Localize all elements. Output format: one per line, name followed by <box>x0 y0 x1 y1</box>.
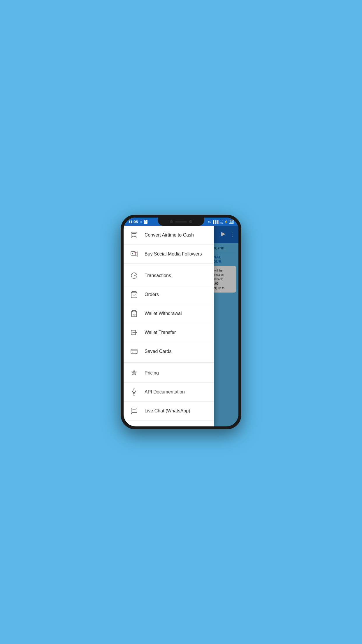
transfer-icon <box>129 328 139 337</box>
notch-camera-2 <box>189 220 192 223</box>
api-icon <box>129 387 139 397</box>
svg-rect-3 <box>133 235 135 235</box>
menu-item-live-chat[interactable]: Live Chat (WhatsApp) <box>124 402 214 421</box>
phone-notch <box>158 218 204 226</box>
withdrawal-icon <box>129 309 139 318</box>
battery-level: 78 <box>229 220 234 224</box>
menu-label-pricing: Pricing <box>145 370 159 376</box>
svg-point-10 <box>134 253 135 253</box>
status-time: 11:05 <box>128 220 138 224</box>
menu-label-convert-airtime: Convert Airtime to Cash <box>145 232 194 238</box>
menu-item-orders[interactable]: Orders <box>124 285 214 304</box>
rate-icon <box>129 425 139 426</box>
signal-icon: ▐▐▐ <box>212 220 218 223</box>
notch-speaker <box>175 221 187 223</box>
parking-icon: P <box>144 220 147 224</box>
wifi-icon: ○ <box>140 220 142 224</box>
svg-point-11 <box>136 253 136 253</box>
svg-rect-1 <box>132 233 136 234</box>
menu-item-convert-airtime[interactable]: Convert Airtime to Cash <box>124 226 214 245</box>
svg-rect-21 <box>132 352 133 352</box>
svg-rect-2 <box>132 235 133 235</box>
menu-label-transactions: Transactions <box>145 273 171 278</box>
menu-label-wallet-withdrawal: Wallet Withdrawal <box>145 311 182 316</box>
notch-camera <box>170 220 173 223</box>
menu-label-wallet-transfer: Wallet Transfer <box>145 330 176 335</box>
calculator-icon <box>129 230 139 240</box>
speed-icon: 1.1K/s <box>219 219 223 224</box>
svg-rect-4 <box>135 235 136 235</box>
cards-icon <box>129 347 139 356</box>
menu-item-wallet-transfer[interactable]: Wallet Transfer <box>124 323 214 342</box>
divider-2 <box>124 362 214 363</box>
pricing-icon: $ <box>129 368 139 378</box>
phone-screen: 11:05 ○ P 4G ▐▐▐ 1.1K/s ⚡ 78 ⯈ ⋮ 309; 2G… <box>124 218 238 426</box>
svg-point-9 <box>132 253 133 254</box>
charging-icon: ⚡ <box>224 220 228 223</box>
nav-drawer: Convert Airtime to Cash Buy Social Media… <box>124 218 214 426</box>
menu-item-buy-social[interactable]: Buy Social Media Followers <box>124 245 214 264</box>
menu-item-wallet-withdrawal[interactable]: Wallet Withdrawal <box>124 304 214 323</box>
transactions-icon <box>129 271 139 280</box>
chat-icon <box>129 406 139 416</box>
social-icon <box>129 249 139 259</box>
menu-item-rate-experience[interactable]: Rate Your Experience <box>124 421 214 426</box>
svg-rect-7 <box>135 236 136 237</box>
menu-item-transactions[interactable]: Transactions <box>124 266 214 285</box>
menu-label-orders: Orders <box>145 292 159 297</box>
menu-item-pricing[interactable]: $ Pricing <box>124 364 214 383</box>
data-icon: 4G <box>208 220 211 223</box>
svg-text:$: $ <box>133 372 135 374</box>
phone-frame: 11:05 ○ P 4G ▐▐▐ 1.1K/s ⚡ 78 ⯈ ⋮ 309; 2G… <box>121 215 241 429</box>
menu-item-api-docs[interactable]: API Documentation <box>124 383 214 402</box>
svg-rect-6 <box>133 236 135 237</box>
status-left: 11:05 ○ P <box>128 220 147 224</box>
divider-1 <box>124 265 214 265</box>
status-right: 4G ▐▐▐ 1.1K/s ⚡ 78 <box>208 219 234 224</box>
menu-label-saved-cards: Saved Cards <box>145 349 172 354</box>
orders-icon <box>129 290 139 299</box>
menu-label-api-docs: API Documentation <box>145 389 185 395</box>
menu-item-saved-cards[interactable]: Saved Cards <box>124 342 214 361</box>
svg-rect-5 <box>132 236 133 237</box>
menu-label-buy-social: Buy Social Media Followers <box>145 251 202 257</box>
menu-label-live-chat: Live Chat (WhatsApp) <box>145 408 190 414</box>
